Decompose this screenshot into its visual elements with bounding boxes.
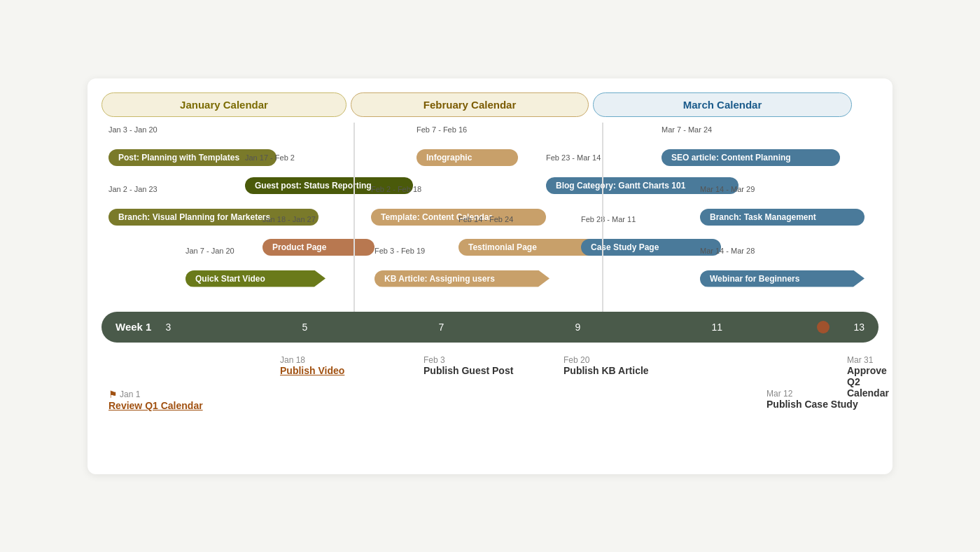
bar-quickstart-video: Jan 7 - Jan 20 Quick Start Video [186,258,326,287]
feb-mar-divider [602,123,603,312]
gantt-area: Jan 3 - Jan 20 Post: Planning with Templ… [102,123,878,446]
bar-testimonial: Feb 14 - Feb 24 Testimonial Page [458,226,598,256]
event-review-q1: ⚑ Jan 1 Review Q1 Calendar [108,389,203,411]
february-calendar-header: February Calendar [351,92,589,117]
event-publish-video: Jan 18 Publish Video [280,355,344,376]
event-publish-guest-post: Feb 3 Publish Guest Post [424,355,513,376]
timeline-ticks: 3 5 7 9 11 13 [165,322,864,333]
january-calendar-header: January Calendar [102,92,346,117]
event-publish-case-study: Mar 12 Publish Case Study [766,389,858,410]
bar-product-page: Jan 18 - Jan 27 Product Page [262,226,374,256]
below-timeline-events: Jan 18 Publish Video Feb 3 Publish Guest… [102,348,878,446]
gantt-chart: January Calendar February Calendar March… [88,78,892,474]
jan-feb-divider [354,123,355,312]
bars-section: Jan 3 - Jan 20 Post: Planning with Templ… [102,123,878,312]
calendar-headers: January Calendar February Calendar March… [102,92,878,117]
event-publish-kb: Feb 20 Publish KB Article [564,355,649,376]
bar-kb-article: Feb 3 - Feb 19 KB Article: Assigning use… [374,258,550,287]
bar-infographic: Feb 7 - Feb 16 Infographic [416,137,518,166]
bar-branch-task: Mar 14 - Mar 29 Branch: Task Management [700,196,864,226]
flag-icon: ⚑ [108,389,118,400]
event-approve-q2: Mar 31 Approve Q2 Calendar [847,355,889,399]
milestone-dot-mar31 [817,321,830,333]
timeline-bar: Week 1 3 5 7 9 11 13 [102,312,878,343]
bar-webinar: Mar 14 - Mar 28 Webinar for Beginners [700,258,864,287]
march-calendar-header: March Calendar [593,92,852,117]
bar-seo-article: Mar 7 - Mar 24 SEO article: Content Plan… [662,137,840,166]
